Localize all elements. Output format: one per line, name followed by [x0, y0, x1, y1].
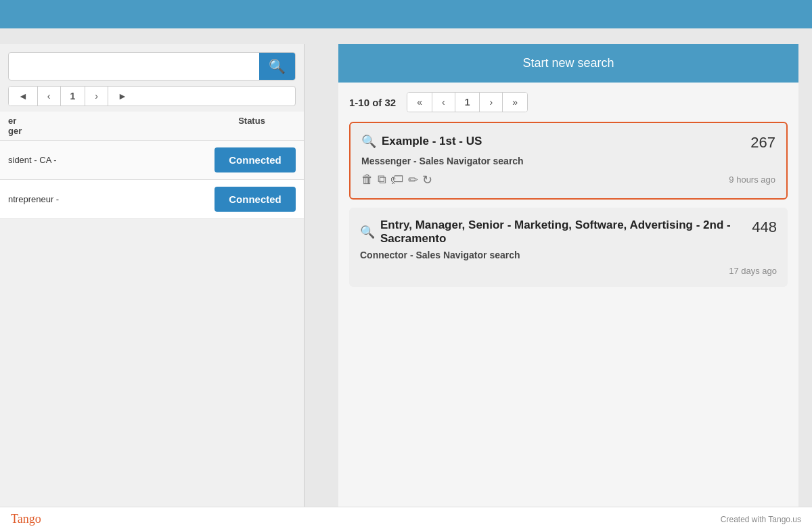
pagination-controls: « ‹ 1 › » [407, 92, 528, 112]
search-bar: 🔍 [8, 52, 296, 80]
footer-bar: Tango Created with Tango.us [0, 507, 812, 531]
card-subtitle-1: Messenger - Sales Navigator search [361, 156, 775, 166]
connected-button-1[interactable]: Connected [215, 147, 296, 172]
first-page-btn[interactable]: ◄ [9, 87, 38, 106]
search-button[interactable]: 🔍 [259, 53, 295, 80]
table-row: ntrepreneur - Connected [0, 180, 304, 219]
card-title-1: Example - 1st - US [382, 135, 482, 148]
tag-icon[interactable]: 🏷 [390, 172, 404, 187]
left-pagination: ◄ ‹ 1 › ► [8, 86, 296, 106]
card-count-1: 267 [742, 134, 775, 152]
delete-icon[interactable]: 🗑 [361, 172, 374, 187]
result-card-1: 🔍 Example - 1st - US 267 Messenger - Sal… [349, 122, 788, 200]
table-row: sident - CA - Connected [0, 141, 304, 180]
role-header: er ger [8, 116, 208, 136]
edit-icon[interactable]: ✏ [408, 172, 418, 187]
last-page-btn[interactable]: ► [108, 87, 137, 106]
card-top-2: 🔍 Entry, Manager, Senior - Marketing, So… [360, 218, 777, 246]
row-role: sident - CA - [8, 155, 215, 165]
card-title-row-1: 🔍 Example - 1st - US [361, 134, 742, 149]
results-table: er ger Status sident - CA - Connected nt… [0, 112, 304, 219]
right-panel: Start new search 1-10 of 32 « ‹ 1 › » 🔍 … [338, 44, 798, 531]
footer-text: Created with Tango.us [721, 515, 801, 524]
connected-button-2[interactable]: Connected [215, 187, 296, 212]
card-subtitle-2: Connector - Sales Navigator search [360, 250, 777, 260]
result-card-2: 🔍 Entry, Manager, Senior - Marketing, So… [349, 208, 788, 287]
refresh-icon[interactable]: ↻ [422, 172, 432, 187]
results-count: 1-10 of 32 [349, 97, 396, 108]
left-panel: 🔍 ◄ ‹ 1 › ► er ger Status sident - CA - … [0, 44, 304, 531]
card-title-2: Entry, Manager, Senior - Marketing, Soft… [380, 218, 743, 246]
first-result-btn[interactable]: « [407, 93, 432, 112]
next-page-btn[interactable]: › [85, 87, 108, 106]
start-new-search-button[interactable]: Start new search [338, 44, 798, 83]
search-icon: 🔍 [269, 58, 286, 74]
last-result-btn[interactable]: » [503, 93, 527, 112]
current-page-btn[interactable]: 1 [61, 87, 86, 106]
card-time-1: 9 hours ago [729, 175, 775, 185]
prev-result-btn[interactable]: ‹ [432, 93, 455, 112]
next-result-btn[interactable]: › [480, 93, 503, 112]
top-bar [0, 0, 812, 28]
tango-logo: Tango [11, 512, 41, 526]
card-count-2: 448 [743, 218, 777, 236]
prev-page-btn[interactable]: ‹ [38, 87, 61, 106]
card-actions-1: 🗑 ⧉ 🏷 ✏ ↻ 9 hours ago [361, 172, 775, 187]
card-title-row-2: 🔍 Entry, Manager, Senior - Marketing, So… [360, 218, 743, 246]
card-actions-2: 17 days ago [360, 266, 777, 276]
current-result-page-btn[interactable]: 1 [455, 93, 480, 112]
copy-icon[interactable]: ⧉ [378, 172, 386, 187]
card-top-1: 🔍 Example - 1st - US 267 [361, 134, 775, 152]
search-result-icon-2: 🔍 [360, 225, 375, 239]
table-header: er ger Status [0, 112, 304, 141]
search-result-icon-1: 🔍 [361, 134, 376, 149]
right-pagination-bar: 1-10 of 32 « ‹ 1 › » [338, 83, 798, 122]
card-time-2: 17 days ago [729, 266, 777, 276]
row-role: ntrepreneur - [8, 194, 215, 204]
search-input[interactable] [9, 55, 259, 77]
status-header: Status [208, 116, 296, 136]
